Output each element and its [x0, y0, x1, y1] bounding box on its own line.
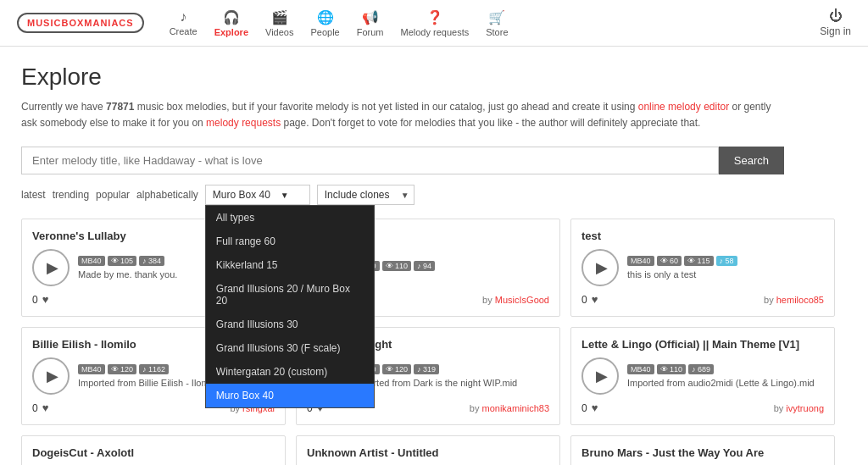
- card-author: by ivytruong: [774, 403, 824, 413]
- site-logo[interactable]: MUSICBOXMANIACS: [17, 13, 144, 33]
- card-info: MB40 👁 60 👁 115 ♪ 58 this is only a test: [627, 256, 824, 280]
- play-button[interactable]: ▶: [32, 357, 70, 395]
- tag-views: 👁 120: [108, 364, 137, 374]
- card-body: ▶ MB40 👁 60 👁 115 ♪ 58 this is only a te…: [581, 249, 824, 286]
- tag-notes: ♪ 689: [688, 364, 714, 374]
- card-title: DogeisCut - Axolotl: [32, 446, 275, 459]
- melody-card: Lette & Lingo (Official) || Main Theme […: [570, 327, 835, 425]
- author-link[interactable]: ivytruong: [786, 403, 824, 413]
- heart-button[interactable]: ♥: [42, 293, 49, 306]
- dd-grand-illusions-20[interactable]: Grand Illusions 20 / Muro Box 20: [206, 277, 374, 313]
- author-link[interactable]: MusicIsGood: [495, 295, 549, 305]
- melody-cards-grid: Veronne's Lullaby ▶ MB40 👁 105 ♪ 384 Mad…: [21, 219, 835, 465]
- filter-bar: latest trending popular alphabetically M…: [21, 185, 847, 205]
- play-button[interactable]: ▶: [581, 357, 619, 395]
- power-icon: ⏻: [829, 8, 843, 24]
- melody-requests-label: Melody requests: [401, 27, 470, 37]
- dd-full-range-60[interactable]: Full range 60: [206, 230, 374, 253]
- tag-views: 👁 110: [657, 364, 687, 374]
- tag-mb40: MB40: [78, 256, 105, 266]
- tag-mb40: MB40: [627, 364, 654, 374]
- videos-icon: 🎬: [271, 9, 288, 25]
- videos-label: Videos: [265, 27, 293, 37]
- card-likes: 0 ♥: [32, 293, 48, 306]
- box-type-selected: Muro Box 40: [213, 189, 270, 201]
- tag-views: 👁 120: [382, 364, 412, 374]
- card-info: MB40 👁 110 ♪ 689 Imported from audio2mid…: [627, 364, 824, 388]
- card-title: Unknown Artist - Untitled: [307, 446, 549, 459]
- play-button[interactable]: ▶: [32, 249, 70, 286]
- dd-kikkerland-15[interactable]: Kikkerland 15: [206, 253, 374, 277]
- play-icon: ▶: [596, 367, 608, 385]
- dd-grand-illusions-30[interactable]: Grand Illusions 30: [206, 313, 374, 336]
- search-button[interactable]: Search: [719, 147, 784, 174]
- store-icon: 🛒: [488, 9, 505, 25]
- page-description: Currently we have 77871 music box melodi…: [21, 99, 784, 131]
- card-tags: MB40 👁 110 ♪ 689: [627, 364, 824, 374]
- search-input[interactable]: [21, 147, 719, 174]
- like-count: 0: [581, 402, 587, 414]
- card-author: by monikaminich83: [470, 403, 549, 413]
- signin-button[interactable]: ⏻ Sign in: [820, 8, 851, 37]
- filter-trending[interactable]: trending: [53, 189, 89, 201]
- card-author: by hemiloco85: [764, 295, 824, 305]
- dropdown-arrow-icon: ▼: [281, 191, 289, 200]
- search-bar: Search: [21, 147, 784, 174]
- nav-forum[interactable]: 📢 Forum: [357, 9, 384, 37]
- main-content: Explore Currently we have 77871 music bo…: [0, 47, 868, 465]
- card-footer: 0 ♥ by hemiloco85: [581, 293, 824, 306]
- tag-notes: ♪ 58: [716, 256, 737, 266]
- heart-button[interactable]: ♥: [592, 293, 598, 306]
- heart-button[interactable]: ♥: [592, 401, 598, 414]
- card-likes: 0 ♥: [581, 401, 598, 414]
- like-count: 0: [32, 294, 38, 306]
- forum-icon: 📢: [362, 9, 379, 25]
- author-link[interactable]: hemiloco85: [776, 295, 824, 305]
- create-icon: ♪: [180, 9, 186, 25]
- card-footer: 0 ♥ by ivytruong: [581, 401, 824, 414]
- card-info: MB40 👁 110 ♪ 94: [353, 261, 549, 274]
- card-title: Lette & Lingo (Official) || Main Theme […: [581, 338, 824, 351]
- clones-dropdown[interactable]: Include clones Exclude clones ▼: [317, 185, 415, 205]
- tag-mb40: MB40: [78, 364, 105, 374]
- tag-views: 👁 110: [382, 261, 412, 271]
- melody-requests-link[interactable]: melody requests: [206, 117, 281, 129]
- nav-people[interactable]: 🌐 People: [310, 9, 339, 37]
- forum-label: Forum: [357, 27, 384, 37]
- card-body: ▶ MB40 👁 110 ♪ 689 Imported from audio2m…: [581, 357, 824, 395]
- box-type-dropdown[interactable]: Muro Box 40 ▼ All types Full range 60 Ki…: [205, 185, 310, 205]
- nav-store[interactable]: 🛒 Store: [486, 9, 508, 37]
- dd-muro-box-40[interactable]: Muro Box 40: [206, 384, 374, 407]
- play-button[interactable]: ▶: [581, 249, 619, 286]
- signin-label: Sign in: [820, 25, 851, 37]
- card-description: Imported from Dark is the night WIP.mid: [353, 378, 549, 388]
- play-icon: ▶: [47, 367, 58, 385]
- card-tags: MB40 👁 120 ♪ 319: [353, 364, 549, 374]
- filter-latest[interactable]: latest: [21, 189, 46, 201]
- melody-editor-link[interactable]: online melody editor: [638, 101, 729, 113]
- tag-notes: ♪ 319: [414, 364, 439, 374]
- nav-create[interactable]: ♪ Create: [170, 9, 198, 36]
- dd-all-types[interactable]: All types: [206, 206, 374, 230]
- filter-alphabetically[interactable]: alphabetically: [136, 189, 198, 201]
- people-label: People: [310, 27, 339, 37]
- tag-mb40: MB40: [627, 256, 654, 266]
- card-description: this is only a test: [627, 269, 824, 280]
- tag-notes: ♪ 1162: [139, 364, 169, 374]
- author-link[interactable]: monikaminich83: [482, 403, 549, 413]
- nav-melody-requests[interactable]: ❓ Melody requests: [401, 9, 470, 37]
- filter-popular[interactable]: popular: [96, 189, 130, 201]
- nav-videos[interactable]: 🎬 Videos: [265, 9, 293, 37]
- explore-icon: 🎧: [223, 9, 240, 25]
- dd-grand-illusions-30f[interactable]: Grand Illusions 30 (F scale): [206, 336, 374, 360]
- card-likes: 0 ♥: [32, 401, 48, 414]
- logo-text1: MUSICBOX: [27, 18, 84, 28]
- melody-card: Unknown Artist - Untitled ▶ 0 ♥: [296, 435, 560, 465]
- dd-wintergatan-20[interactable]: Wintergatan 20 (custom): [206, 360, 374, 384]
- clones-select[interactable]: Include clones Exclude clones: [317, 185, 415, 205]
- card-tags: MB40 👁 110 ♪ 94: [353, 261, 549, 271]
- melody-card: DogeisCut - Axolotl ▶ 0 ♥: [21, 435, 286, 465]
- nav-explore[interactable]: 🎧 Explore: [214, 9, 248, 37]
- heart-button[interactable]: ♥: [42, 401, 49, 414]
- card-description: Imported from audio2midi (Lette & Lingo)…: [627, 378, 824, 388]
